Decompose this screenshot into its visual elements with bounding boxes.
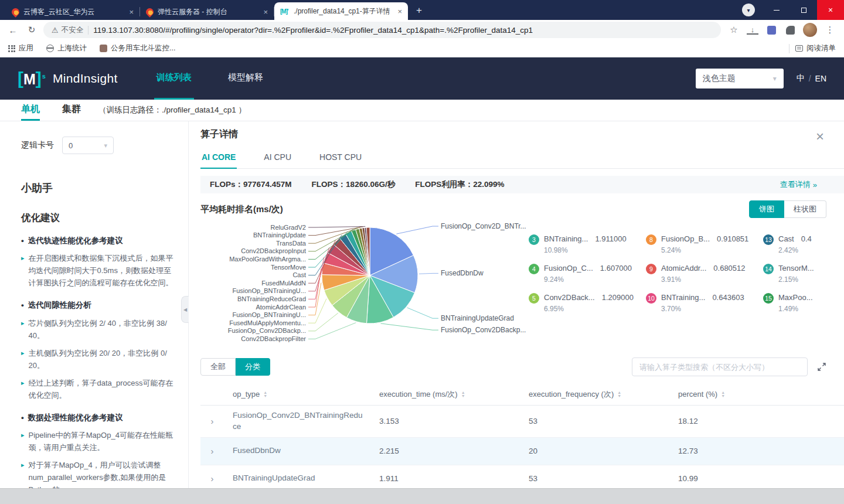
legend-item[interactable]: 4FusionOp_C...1.6070009.24% [529, 264, 646, 284]
operator-search-input[interactable] [632, 357, 808, 376]
pie-label-line [308, 226, 365, 227]
row-expand-icon[interactable]: › [200, 446, 224, 456]
tab-close-icon[interactable]: × [129, 8, 134, 16]
table-filter-switch: 全部 分类 [200, 358, 270, 376]
mindinsight-logo[interactable]: [M]s [18, 69, 46, 88]
new-tab-button[interactable]: + [411, 3, 427, 18]
chart-title: 平均耗时排名(ms/次) [200, 204, 283, 215]
download-icon[interactable]: ↓ [747, 26, 758, 35]
tab-close-icon[interactable]: × [263, 8, 268, 16]
category-button[interactable]: 分类 [236, 358, 270, 376]
suggestion-sections: •迭代轨迹性能优化参考建议▸在开启图模式和数据集下沉模式后，如果平均迭代间隙时间… [21, 235, 175, 488]
pie-label-line [308, 313, 338, 331]
security-indicator[interactable]: ⚠ 不安全 [52, 25, 83, 35]
table-row[interactable]: ›FusedDbnDw2.2152012.73 [200, 438, 844, 465]
pie-label-line [381, 323, 438, 330]
legend-item[interactable]: 8FusionOp_B...0.9108515.24% [646, 234, 763, 254]
legend-value: 1.209000 [602, 293, 634, 302]
apps-shortcut[interactable]: 应用 [8, 43, 33, 53]
reading-list-button[interactable]: 阅读清单 [795, 43, 836, 53]
sort-execution-frequency[interactable]: ▲▼ [617, 391, 621, 398]
bullet-icon: • [21, 299, 24, 311]
back-icon[interactable]: ← [6, 23, 20, 37]
browser-tab-2[interactable]: 弹性云服务器 - 控制台 × [140, 4, 274, 20]
cell-execution-time: 1.911 [370, 469, 520, 488]
pie-chart-button[interactable]: 饼图 [749, 200, 784, 218]
triangle-right-icon: ▸ [21, 252, 25, 289]
bookmark-item[interactable]: 上海统计 [46, 43, 87, 53]
browser-tab-active[interactable]: [M]' ./profiler_data14_cp1-算子详情 × [274, 2, 408, 20]
legend-name: BNTraining... [544, 234, 588, 243]
close-window-button[interactable]: × [817, 0, 844, 20]
legend-item[interactable]: 14TensorM...2.15% [763, 264, 844, 284]
legend-item[interactable]: 3BNTraining...1.91100010.98% [529, 234, 646, 254]
view-details-link[interactable]: 查看详情 » [780, 179, 817, 190]
legend-rank-badge: 10 [646, 293, 656, 304]
tab-ai-core[interactable]: AI CORE [200, 149, 237, 169]
bookmark-star-icon[interactable]: ☆ [728, 24, 740, 36]
extension-icon[interactable] [767, 26, 776, 35]
bookmark-item[interactable]: 公务用车北斗监控... [100, 43, 175, 53]
chevron-down-icon: ▾ [773, 74, 777, 83]
tab-search-button[interactable]: ▾ [742, 4, 755, 16]
row-expand-icon[interactable]: › [200, 416, 224, 426]
pie-label: BNTrainingUpdate [253, 231, 306, 239]
legend-value: 1.911000 [595, 234, 626, 243]
legend-value: 0.680512 [713, 264, 745, 273]
tab-host-cpu[interactable]: HOST CPU [318, 149, 363, 169]
refresh-icon[interactable]: ↻ [25, 23, 39, 37]
pie-label: FusedMulAddN [261, 280, 306, 287]
table-row[interactable]: ›FusionOp_Conv2D_BNTrainingReduce3.15353… [200, 406, 844, 438]
bookmarks-bar: 应用 上海统计 公务用车北斗监控... 阅读清单 [0, 40, 844, 57]
legend-percent: 3.70% [661, 305, 744, 313]
sidebar-collapse-handle[interactable]: ◀ [181, 296, 189, 323]
legend-percent: 3.91% [661, 275, 746, 284]
bookmarks-divider [789, 44, 789, 53]
row-expand-icon[interactable]: › [200, 474, 224, 483]
extension-icon[interactable] [786, 26, 795, 35]
minimize-button[interactable] [763, 0, 790, 20]
nav-model-explanation[interactable]: 模型解释 [226, 57, 266, 100]
legend-name: TensorM... [778, 264, 814, 273]
pie-label: Conv2DBackpropInput [241, 247, 306, 254]
lang-en[interactable]: EN [815, 74, 826, 83]
lang-zh[interactable]: 中 [797, 73, 805, 84]
tab-cluster[interactable]: 集群 [62, 100, 81, 121]
all-button[interactable]: 全部 [200, 358, 236, 376]
legend-rank-badge: 4 [529, 264, 539, 274]
theme-select[interactable]: 浅色主题 ▾ [696, 69, 784, 88]
legend-percent: 2.15% [778, 275, 821, 284]
omnibox-divider [88, 26, 89, 35]
legend-rank-badge: 3 [529, 234, 539, 245]
sort-op-type[interactable]: ▲▼ [263, 391, 267, 398]
legend-item[interactable]: 10BNTraining...0.6436033.70% [646, 293, 763, 313]
table-row[interactable]: ›BNTrainingUpdateGrad1.9115310.99 [200, 465, 844, 488]
close-icon[interactable]: × [816, 130, 824, 144]
browser-tab-1[interactable]: 云博客_云社区_华为云 × [6, 4, 139, 20]
fullscreen-icon[interactable] [817, 362, 826, 372]
tab-ai-cpu[interactable]: AI CPU [263, 149, 292, 169]
cell-execution-frequency: 20 [520, 442, 669, 460]
legend-item[interactable]: 5Conv2DBack...1.2090006.95% [529, 293, 646, 313]
legend-value: 0.4 [801, 234, 812, 243]
sort-execution-time[interactable]: ▲▼ [461, 391, 465, 398]
legend-item[interactable]: 13Cast0.42.42% [763, 234, 844, 254]
browser-menu-icon[interactable]: ⋮ [824, 24, 836, 36]
legend-item[interactable]: 15MaxPoo...1.49% [763, 293, 844, 313]
profile-avatar[interactable] [803, 23, 817, 37]
legend-percent: 6.95% [544, 305, 634, 313]
sort-percent[interactable]: ▲▼ [721, 391, 725, 398]
logical-card-select[interactable]: 0 ▾ [62, 137, 114, 154]
omnibox[interactable]: ⚠ 不安全 119.13.107.30:8080/#/profiling/sin… [43, 22, 721, 38]
sub-navigation: 单机 集群 （训练日志路径：./profiler_data14_cp1 ） [0, 100, 844, 121]
training-log-path: （训练日志路径：./profiler_data14_cp1 ） [98, 100, 246, 121]
apps-grid-icon [8, 45, 15, 52]
tab-close-icon[interactable]: × [397, 7, 402, 16]
maximize-button[interactable] [790, 0, 817, 20]
pie-label-line [407, 308, 438, 318]
nav-training-list[interactable]: 训练列表 [154, 57, 194, 100]
legend-item[interactable]: 9AtomicAddr...0.6805123.91% [646, 264, 763, 284]
pie-chart[interactable]: ReluGradV2BNTrainingUpdateTransDataConv2… [200, 219, 529, 353]
tab-single-machine[interactable]: 单机 [21, 100, 40, 121]
bar-chart-button[interactable]: 柱状图 [784, 200, 826, 218]
